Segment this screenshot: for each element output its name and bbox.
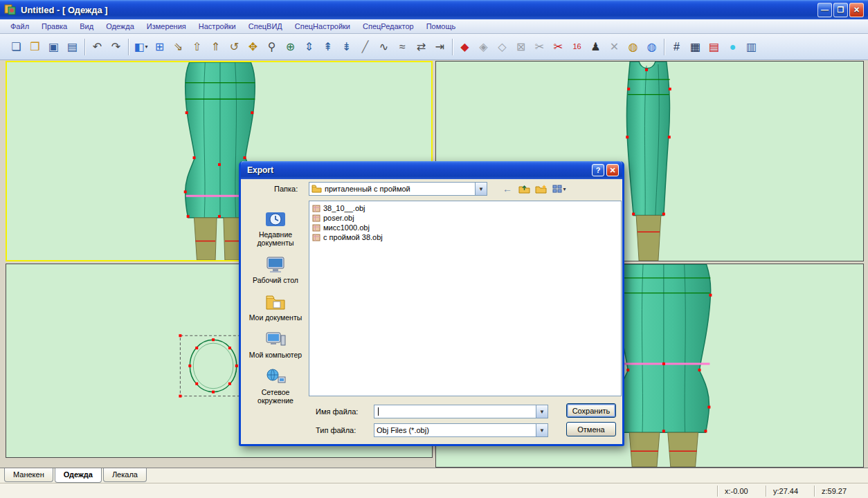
file-item[interactable]: мисс1000.obj — [311, 223, 620, 232]
folder-icon — [311, 185, 322, 193]
obj-file-icon — [312, 204, 320, 212]
file-item[interactable]: с проймой 38.obj — [311, 232, 620, 242]
basket-add-icon[interactable]: ◍ — [642, 37, 661, 57]
menu-clothing[interactable]: Одежда — [100, 21, 141, 32]
orbit-icon[interactable]: ⊕ — [281, 37, 300, 57]
delete-tool-icon[interactable]: ✕ — [605, 37, 624, 57]
filetype-label: Тип файла: — [316, 426, 356, 434]
fit-height-icon[interactable]: ⇑ — [206, 37, 225, 57]
dropdown-arrow-icon: ▾ — [145, 44, 148, 50]
export-pattern-icon[interactable]: ▤ — [705, 37, 723, 57]
up-folder-button[interactable] — [516, 181, 532, 196]
undo-icon[interactable]: ↶ — [88, 37, 107, 57]
ruler-icon[interactable]: ╱ — [356, 37, 374, 57]
file-list[interactable]: 38_10__.objposer.objмисс1000.objс проймо… — [309, 201, 622, 396]
computer-icon — [264, 330, 287, 349]
place-documents[interactable]: Мои документы — [246, 293, 305, 322]
rotate-view-icon[interactable]: ↺ — [225, 37, 244, 57]
dialog-close-button[interactable]: ✕ — [606, 164, 619, 176]
snap-edge-icon[interactable]: ⇥ — [431, 37, 449, 57]
recent-icon — [264, 210, 287, 229]
export-obj-icon[interactable]: ▥ — [742, 37, 761, 57]
menu-settings[interactable]: Настройки — [192, 21, 242, 32]
tab-clothing[interactable]: Одежда — [55, 468, 102, 483]
title-bar: Untitled - [ Одежда ] —❐✕ — [0, 0, 868, 19]
grid-icon[interactable]: # — [667, 37, 686, 57]
menu-speceditor[interactable]: СпецРедактор — [356, 21, 420, 32]
menu-view[interactable]: Вид — [73, 21, 100, 32]
place-computer[interactable]: Мой компьютер — [246, 330, 305, 359]
filename-dropdown-button[interactable]: ▼ — [536, 405, 548, 418]
window-title: Untitled - [ Одежда ] — [21, 5, 817, 15]
file-item[interactable]: poser.obj — [311, 213, 620, 223]
smooth-tool-icon[interactable]: ● — [723, 37, 742, 57]
menu-file[interactable]: Файл — [4, 21, 35, 32]
folder-dropdown-button[interactable]: ▼ — [475, 183, 487, 195]
text-caret — [378, 407, 379, 416]
close-button[interactable]: ✕ — [849, 3, 864, 17]
place-recent[interactable]: Недавние документы — [246, 210, 305, 247]
menu-specsettings[interactable]: СпецНастройки — [289, 21, 356, 32]
stretch-vertical-icon[interactable]: ⇕ — [300, 37, 318, 57]
basket-icon[interactable]: ◍ — [624, 37, 642, 57]
cancel-button[interactable]: Отмена — [566, 422, 616, 436]
place-label: Мой компьютер — [249, 351, 302, 359]
dialog-title: Export — [244, 165, 590, 175]
place-desktop[interactable]: Рабочий стол — [246, 255, 305, 284]
documents-icon — [264, 293, 287, 312]
new-document-icon[interactable]: ❏ — [7, 37, 26, 57]
folder-combobox[interactable]: приталенный с проймой ▼ — [309, 182, 487, 196]
pan-icon[interactable]: ✥ — [244, 37, 262, 57]
new-folder-icon — [535, 184, 547, 194]
dart-open-icon[interactable]: ◇ — [493, 37, 512, 57]
file-name: мисс1000.obj — [323, 223, 370, 232]
grid-dense-icon[interactable]: ▦ — [686, 37, 705, 57]
network-icon — [264, 367, 287, 387]
dart-icon[interactable]: ◈ — [474, 37, 493, 57]
scissors-icon[interactable]: ✂ — [530, 37, 549, 57]
place-label: Мои документы — [249, 313, 302, 322]
filetype-dropdown-button[interactable]: ▼ — [536, 424, 548, 436]
menu-measurements[interactable]: Измерения — [141, 21, 192, 32]
dialog-help-button[interactable]: ? — [592, 164, 604, 176]
raise-garment-icon[interactable]: ⇧ — [188, 37, 206, 57]
menu-help[interactable]: Помощь — [420, 21, 462, 32]
viewport-layout-icon[interactable]: ⊞ — [150, 37, 169, 57]
menu-specview[interactable]: СпецВИД — [242, 21, 289, 32]
app-window: Untitled - [ Одежда ] —❐✕ ФайлПравкаВидО… — [0, 0, 868, 498]
save-all-icon[interactable]: ▤ — [63, 37, 82, 57]
minimize-button[interactable]: — — [817, 3, 832, 17]
toolbar-separator — [452, 39, 453, 55]
measure-16-icon[interactable]: 16 — [568, 37, 586, 57]
seam-down-icon[interactable]: ⇟ — [337, 37, 356, 57]
back-button[interactable]: ← — [500, 181, 515, 196]
dialog-title-bar[interactable]: Export ? ✕ — [241, 161, 622, 179]
stitch-red-icon[interactable]: ◆ — [455, 37, 474, 57]
fill-color-icon[interactable]: ◧▾ — [132, 37, 150, 57]
tab-mannequin[interactable]: Манекен — [4, 468, 53, 482]
open-folder-icon[interactable]: ❒ — [26, 37, 44, 57]
place-label: Сетевое окружение — [246, 388, 305, 405]
maximize-button[interactable]: ❐ — [833, 3, 848, 17]
redo-icon[interactable]: ↷ — [107, 37, 125, 57]
spline-tool-icon[interactable]: ≈ — [393, 37, 412, 57]
zoom-icon[interactable]: ⚲ — [262, 37, 281, 57]
menu-edit[interactable]: Правка — [35, 21, 73, 32]
save-button[interactable]: Сохранить — [566, 403, 616, 418]
curve-tool-icon[interactable]: ∿ — [374, 37, 393, 57]
save-icon[interactable]: ▣ — [44, 37, 63, 57]
view-menu-button[interactable]: ▾ — [550, 181, 569, 196]
file-item[interactable]: 38_10__.obj — [311, 203, 620, 213]
seam-up-icon[interactable]: ⇞ — [318, 37, 337, 57]
measure-width-icon[interactable]: ⇄ — [412, 37, 431, 57]
tab-patterns[interactable]: Лекала — [103, 468, 147, 482]
mannequin-icon[interactable]: ♟ — [586, 37, 605, 57]
filetype-combobox[interactable]: Obj Files (*.obj) ▼ — [374, 423, 548, 437]
desktop-icon — [264, 255, 287, 275]
filename-input[interactable]: ▼ — [374, 405, 548, 418]
cut-seam-icon[interactable]: ✂ — [549, 37, 568, 57]
place-network[interactable]: Сетевое окружение — [246, 367, 305, 405]
new-folder-button[interactable] — [533, 181, 548, 196]
fit-garment-icon[interactable]: ⇘ — [169, 37, 188, 57]
remove-stitch-icon[interactable]: ⊠ — [512, 37, 530, 57]
